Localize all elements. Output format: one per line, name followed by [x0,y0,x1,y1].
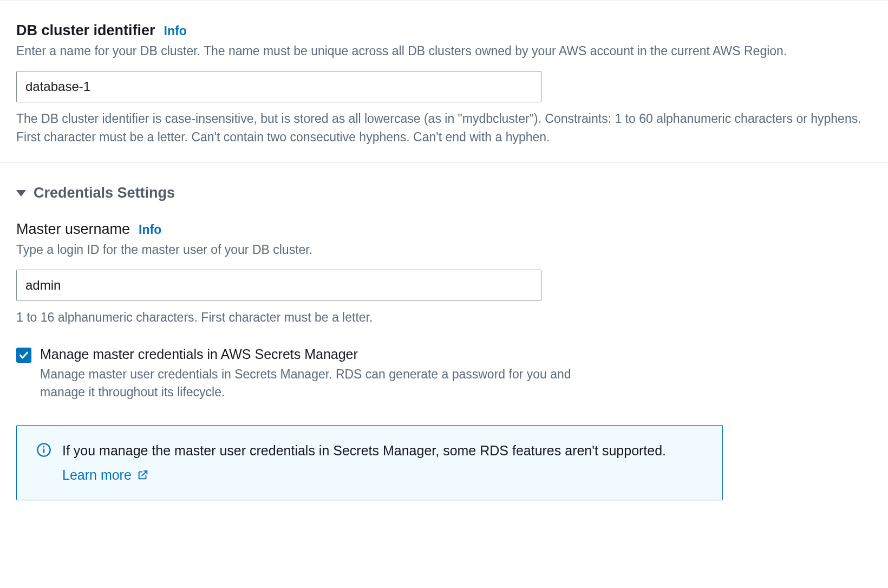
cluster-id-info-link[interactable]: Info [164,24,187,38]
field-label-row: DB cluster identifier Info [16,22,872,39]
secrets-manager-alert: If you manage the master user credential… [16,425,723,500]
master-username-description: Type a login ID for the master user of y… [16,241,872,259]
cluster-id-label: DB cluster identifier [16,22,155,39]
external-link-icon [137,469,149,481]
field-label-row: Master username Info [16,221,872,238]
checkbox-body: Manage master credentials in AWS Secrets… [40,347,872,402]
secrets-manager-checkbox[interactable] [16,348,31,363]
cluster-id-description: Enter a name for your DB cluster. The na… [16,42,872,60]
svg-point-2 [43,446,45,448]
credentials-toggle[interactable]: Credentials Settings [16,185,872,201]
master-username-input[interactable] [16,270,541,301]
master-username-label: Master username [16,221,130,238]
section-cluster-identifier: DB cluster identifier Info Enter a name … [0,1,888,162]
form-page: DB cluster identifier Info Enter a name … [0,0,888,588]
secrets-manager-label: Manage master credentials in AWS Secrets… [40,347,872,362]
alert-message: If you manage the master user credential… [62,441,703,460]
secrets-manager-option: Manage master credentials in AWS Secrets… [16,347,872,402]
caret-down-icon [16,190,26,197]
alert-body: If you manage the master user credential… [62,441,703,485]
check-icon [18,350,29,361]
master-username-constraint: 1 to 16 alphanumeric characters. First c… [16,309,872,326]
master-username-info-link[interactable]: Info [139,223,161,237]
learn-more-text: Learn more [62,465,132,485]
cluster-id-input[interactable] [16,71,541,102]
learn-more-link[interactable]: Learn more [62,465,703,485]
info-icon [36,442,51,458]
secrets-manager-description: Manage master user credentials in Secret… [40,365,592,402]
credentials-title: Credentials Settings [34,185,175,201]
cluster-id-constraint: The DB cluster identifier is case-insens… [16,110,872,146]
section-credentials: Credentials Settings Master username Inf… [0,163,888,517]
